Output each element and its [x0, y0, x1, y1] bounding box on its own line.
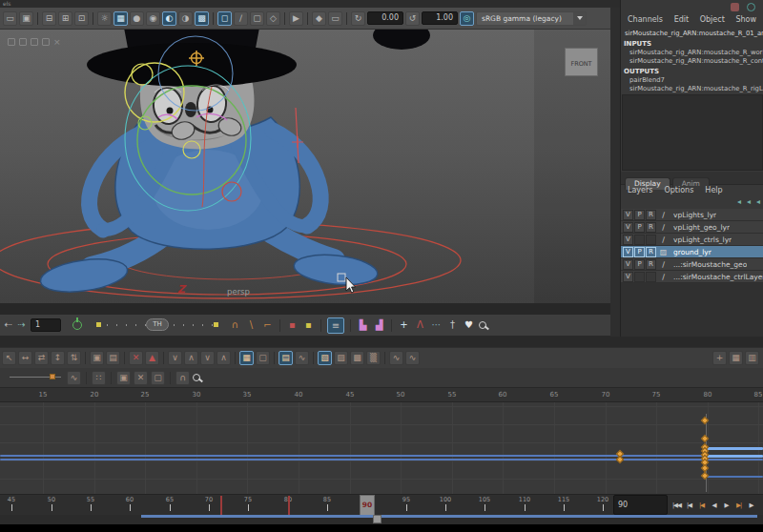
user-icon[interactable]: [731, 3, 739, 11]
absolute-view-icon[interactable]: ∿: [67, 371, 81, 385]
buffer-curve-snapshot-icon[interactable]: ▤: [278, 351, 293, 365]
layer-row[interactable]: VPR∕...:sirMoustache_geo: [621, 258, 763, 271]
wireframe-display-icon[interactable]: ▦: [113, 11, 128, 26]
shelf-scroll-left-icon[interactable]: ⇠: [2, 317, 14, 333]
tangent-linear-icon[interactable]: \: [245, 317, 258, 333]
layer-name[interactable]: vpLight_geo_lyr: [670, 223, 730, 232]
post-infinity-cycle-icon[interactable]: ∿: [405, 351, 420, 365]
step-back-frame-button[interactable]: |◀: [683, 496, 695, 515]
layer-name[interactable]: ...:sirMoustache_ctrlLayer: [670, 273, 763, 281]
use-all-lights-icon[interactable]: ◐: [162, 11, 176, 26]
layer-display-type-toggle[interactable]: R: [646, 222, 656, 233]
range-slider[interactable]: [0, 515, 763, 524]
layer-type-icon[interactable]: ∕: [657, 222, 670, 233]
layer-display-type-toggle[interactable]: [646, 272, 656, 282]
anim-curve[interactable]: [0, 459, 706, 460]
frame-playback-range-icon[interactable]: ▤: [106, 351, 120, 365]
image-plane-icon[interactable]: ▭: [328, 11, 342, 26]
gamma-toggle-icon[interactable]: ↺: [405, 11, 420, 26]
layer-visibility-toggle[interactable]: V: [623, 222, 633, 233]
layer-menu-help[interactable]: Help: [705, 186, 722, 197]
scale-keys-icon[interactable]: ⇄: [34, 351, 49, 365]
channel-box-node-name[interactable]: sirMoustache_rig_ARN:moustache_R_01_anim…: [621, 30, 763, 37]
insert-keys-icon[interactable]: ⇅: [67, 351, 81, 365]
layout-four-pane-icon[interactable]: ⊡: [74, 11, 89, 26]
graph-curve-area[interactable]: [0, 402, 763, 494]
layer-type-icon[interactable]: ▨: [657, 247, 670, 257]
smooth-shade-all-icon[interactable]: ●: [130, 11, 144, 26]
layer-menu-options[interactable]: Options: [664, 186, 693, 197]
motion-trail-icon[interactable]: +: [398, 317, 410, 333]
step-tangents-icon[interactable]: ▦: [239, 351, 254, 365]
favorites-icon[interactable]: ♥: [463, 317, 475, 333]
bookmark-view-icon[interactable]: ◇: [266, 11, 280, 26]
anim-curve[interactable]: [706, 455, 763, 458]
layer-visibility-toggle[interactable]: V: [623, 272, 633, 282]
curve-peak-tool-icon[interactable]: Λ: [414, 317, 426, 333]
step-back-key-button[interactable]: |◀: [695, 496, 708, 515]
translate-keys-icon[interactable]: ↔: [18, 351, 32, 365]
cut-keys-icon[interactable]: ✕: [134, 371, 148, 385]
gamma-field[interactable]: 1.00: [422, 11, 458, 25]
keyframe-diamond[interactable]: [616, 456, 624, 463]
set-key-red-icon[interactable]: ▪: [286, 317, 299, 333]
paste-keys-icon[interactable]: ▢: [151, 371, 165, 385]
layer-playback-toggle[interactable]: [634, 235, 645, 245]
normalize-curves-icon[interactable]: ▦: [729, 351, 743, 365]
camera-attributes-icon[interactable]: ▢: [250, 11, 264, 26]
layer-type-icon[interactable]: ∕: [657, 235, 670, 245]
screen-space-ao-icon[interactable]: ▩: [195, 11, 209, 26]
value-snap-icon[interactable]: ▨: [334, 351, 348, 365]
grease-pencil-icon[interactable]: ∕: [234, 11, 248, 26]
layer-playback-toggle[interactable]: [634, 272, 645, 282]
layer-display-type-toggle[interactable]: R: [646, 259, 656, 270]
viewport-canvas[interactable]: × FRONT Z persp: [0, 30, 610, 303]
layer-name[interactable]: ...:sirMoustache_geo: [670, 260, 747, 269]
zoom-region-icon[interactable]: [193, 374, 200, 381]
input-connection[interactable]: sirMoustache_rig_ARN:moustache_R_control…: [621, 57, 763, 66]
current-frame-marker[interactable]: 90: [360, 495, 375, 515]
select-camera-icon[interactable]: ▶: [289, 11, 303, 26]
layer-name[interactable]: vpLight_ctrls_lyr: [670, 235, 732, 244]
toggle-playback-layers-icon[interactable]: ◂: [747, 197, 751, 208]
channel-box-menu-channels[interactable]: Channels: [628, 15, 663, 28]
tangent-stepped-icon[interactable]: ⌐: [261, 317, 274, 333]
unify-tangents-icon[interactable]: ▲: [145, 351, 159, 365]
layout-three-pane-icon[interactable]: ⊞: [58, 11, 72, 26]
panel-saved-layouts-icon[interactable]: ▣: [19, 11, 33, 26]
layer-display-type-toggle[interactable]: R: [646, 247, 656, 257]
panel-single-pane-icon[interactable]: ▭: [3, 11, 17, 26]
frame-all-icon[interactable]: ▣: [90, 351, 104, 365]
layer-visibility-toggle[interactable]: V: [623, 235, 633, 245]
layer-display-type-toggle[interactable]: R: [646, 210, 656, 220]
pin-view-icon[interactable]: +: [712, 351, 727, 365]
layer-type-icon[interactable]: ∕: [657, 210, 670, 220]
snap-keys-icon[interactable]: ▩: [350, 351, 364, 365]
layer-row[interactable]: V∕...:sirMoustache_ctrlLayer: [621, 271, 763, 283]
set-key-yellow-icon[interactable]: ▪: [302, 317, 315, 333]
exposure-field[interactable]: 0.00: [367, 11, 403, 25]
break-tangents-icon[interactable]: ✕: [129, 351, 143, 365]
linear-tangents-icon[interactable]: ∨: [200, 351, 215, 365]
tween-slider-handle[interactable]: TH: [146, 318, 169, 331]
layer-playback-toggle[interactable]: P: [634, 210, 645, 220]
graph-time-ruler[interactable]: 152025303540455055606570758085: [0, 387, 763, 402]
plateau-tangents-icon[interactable]: ▢: [256, 351, 270, 365]
hud-close-icon[interactable]: ×: [53, 37, 61, 47]
range-slider-bar[interactable]: [141, 515, 757, 518]
shelf-frame-field[interactable]: 1: [31, 318, 61, 332]
play-backwards-button[interactable]: ◀: [708, 496, 720, 515]
layer-row[interactable]: VPR∕vpLight_geo_lyr: [621, 221, 763, 234]
textured-display-icon[interactable]: ◉: [146, 11, 160, 26]
shelf-scroll-right-icon[interactable]: ⇢: [15, 317, 28, 333]
view-gizmo[interactable]: FRONT: [565, 48, 598, 76]
tangent-smooth-icon[interactable]: ∩: [229, 317, 241, 333]
copy-keys-icon[interactable]: ▣: [116, 371, 131, 385]
layer-display-type-toggle[interactable]: [646, 235, 656, 245]
layer-playback-toggle[interactable]: P: [634, 259, 645, 270]
layer-row[interactable]: VPR▨ground_lyr: [621, 246, 763, 258]
play-forwards-button[interactable]: ▶: [720, 496, 732, 515]
search-icon[interactable]: [479, 321, 486, 329]
channel-box-menu-show[interactable]: Show: [735, 15, 756, 28]
current-time-field[interactable]: 90: [613, 495, 668, 515]
